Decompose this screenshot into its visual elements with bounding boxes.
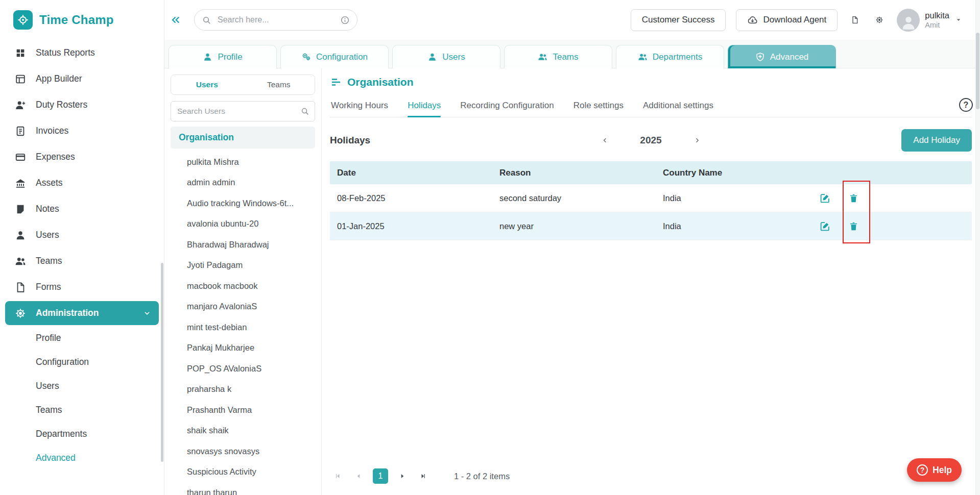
user-search-input[interactable] [171, 101, 315, 121]
sidebar-item[interactable]: Teams [0, 248, 164, 274]
sidebar-item[interactable]: Invoices [0, 118, 164, 144]
delete-holiday-button[interactable] [845, 189, 862, 207]
user-list-item[interactable]: pulkita Mishra [170, 152, 316, 172]
page-scrollbar[interactable] [975, 0, 980, 495]
admin-tab[interactable]: Configuration [280, 45, 389, 68]
user-list-item[interactable]: Audio tracking Windows-6t... [170, 193, 316, 214]
caret-down-icon[interactable] [954, 16, 963, 24]
user-list-item[interactable]: POP_OS AValoniaS [170, 358, 316, 379]
user-list-item[interactable]: Pankaj Mukharjee [170, 338, 316, 359]
sidebar-item-label: Invoices [36, 126, 68, 136]
sidebar-item[interactable]: Administration [5, 301, 159, 325]
sidebar-subitem-label: Profile [36, 333, 61, 343]
sidebar-subitem[interactable]: Departments [0, 422, 164, 446]
admin-tab[interactable]: Users [392, 45, 500, 68]
customer-success-button[interactable]: Customer Success [631, 9, 726, 31]
user-list-item[interactable]: admin admin [170, 172, 316, 193]
admin-tab-label: Departments [653, 52, 702, 62]
add-holiday-button[interactable]: Add Holiday [901, 129, 972, 152]
sidebar-subitem[interactable]: Advanced [0, 446, 164, 470]
user-list-item[interactable]: manjaro AvaloniaS [170, 296, 316, 317]
sidebar-item-icon [15, 152, 26, 163]
sidebar-item[interactable]: Notes [0, 196, 164, 222]
admin-tab[interactable]: Departments [616, 45, 724, 68]
sidebar-nav: Status Reports App Builder Duty Rosters [0, 40, 164, 326]
user-list-item[interactable]: macbook macbook [170, 276, 316, 296]
prev-year-button[interactable] [598, 134, 611, 147]
current-page-button[interactable]: 1 [373, 468, 388, 484]
next-page-button[interactable] [396, 469, 409, 483]
last-page-button[interactable] [417, 469, 430, 483]
sidebar-item[interactable]: Assets [0, 170, 164, 196]
sidebar-item[interactable]: Status Reports [0, 40, 164, 66]
brand: Time Champ [0, 0, 164, 40]
brand-logo-icon [13, 10, 33, 30]
page-scrollbar-thumb[interactable] [976, 33, 979, 109]
sidebar-subitem[interactable]: Configuration [0, 350, 164, 374]
sidebar-subitem[interactable]: Teams [0, 398, 164, 422]
user-list-item[interactable]: Bharadwaj Bharadwaj [170, 234, 316, 255]
user-search [171, 101, 315, 121]
global-search-input[interactable] [217, 15, 335, 25]
user-list-item[interactable]: Jyoti Padagam [170, 255, 316, 276]
settings-tab[interactable]: Recording Configuration [460, 94, 554, 117]
sidebar-item[interactable]: Expenses [0, 144, 164, 170]
settings-gear-icon[interactable] [872, 13, 887, 27]
sidebar-collapse-button[interactable] [166, 11, 185, 29]
sidebar-item[interactable]: App Builder [0, 66, 164, 92]
sidebar-item-label: Status Reports [36, 47, 95, 58]
sidebar-scrollbar-thumb[interactable] [161, 263, 163, 462]
user-list-item[interactable]: mint test-debian [170, 317, 316, 338]
admin-tab[interactable]: Teams [504, 45, 612, 68]
info-icon[interactable] [340, 15, 350, 25]
admin-tab[interactable]: Profile [169, 45, 277, 68]
topbar-actions: Customer Success Download Agent pulkita … [631, 9, 963, 32]
user-list-item[interactable]: tharun tharun [170, 482, 316, 495]
user-list-item[interactable]: Suspicious Activity [170, 462, 316, 483]
holiday-date-cell: 08-Feb-2025 [337, 193, 499, 203]
download-agent-label: Download Agent [763, 15, 826, 25]
topbar: Customer Success Download Agent pulkita … [164, 0, 980, 40]
help-circle-icon[interactable]: ? [959, 98, 973, 112]
first-page-button[interactable] [331, 469, 344, 483]
edit-holiday-button[interactable] [816, 189, 833, 207]
user-list-item[interactable]: shaik shaik [170, 420, 316, 441]
year-navigator: 2025 [598, 134, 703, 147]
user-list-item[interactable]: avalonia ubuntu-20 [170, 214, 316, 235]
prev-page-button[interactable] [352, 469, 365, 483]
pagination: 1 1 - 2 of 2 items [330, 463, 972, 490]
user-list-item[interactable]: snovasys snovasys [170, 441, 316, 462]
admin-tab[interactable]: Advanced [728, 45, 836, 68]
settings-tab[interactable]: Holidays [408, 94, 441, 117]
organisation-group-header[interactable]: Organisation [171, 127, 315, 148]
teams-toggle-tab[interactable]: Teams [243, 75, 315, 94]
edit-icon [820, 221, 830, 232]
profile-menu[interactable]: pulkita Amit [897, 9, 963, 32]
user-list-item[interactable]: Prashanth Varma [170, 400, 316, 420]
sidebar-item[interactable]: Forms [0, 274, 164, 300]
edit-holiday-button[interactable] [816, 217, 833, 235]
download-agent-button[interactable]: Download Agent [736, 9, 838, 31]
content-area: Users Teams Organisation pulkita Mishra … [164, 68, 980, 495]
settings-tab[interactable]: Working Hours [331, 94, 388, 117]
help-button[interactable]: ? Help [907, 458, 962, 482]
users-toggle-tab[interactable]: Users [171, 75, 243, 94]
sidebar-item[interactable]: Duty Rosters [0, 92, 164, 118]
global-search [194, 9, 357, 31]
settings-tab[interactable]: Additional settings [643, 94, 713, 117]
cloud-download-icon [747, 15, 758, 26]
main-column: Customer Success Download Agent pulkita … [164, 0, 980, 495]
next-year-button[interactable] [690, 134, 704, 147]
sidebar-subitem[interactable]: Profile [0, 326, 164, 350]
settings-tab[interactable]: Role settings [573, 94, 624, 117]
settings-tab-label: Role settings [573, 101, 624, 111]
app-window: Time Champ Status Reports App Builder [0, 0, 980, 495]
column-header-date: Date [337, 168, 499, 178]
sidebar-item-label: Users [36, 230, 59, 240]
sidebar-subitem[interactable]: Users [0, 374, 164, 398]
sidebar-item[interactable]: Users [0, 222, 164, 248]
sidebar-item-icon [15, 204, 26, 215]
document-icon[interactable] [848, 13, 862, 27]
user-list-item[interactable]: praharsha k [170, 379, 316, 400]
delete-holiday-button[interactable] [845, 217, 862, 235]
